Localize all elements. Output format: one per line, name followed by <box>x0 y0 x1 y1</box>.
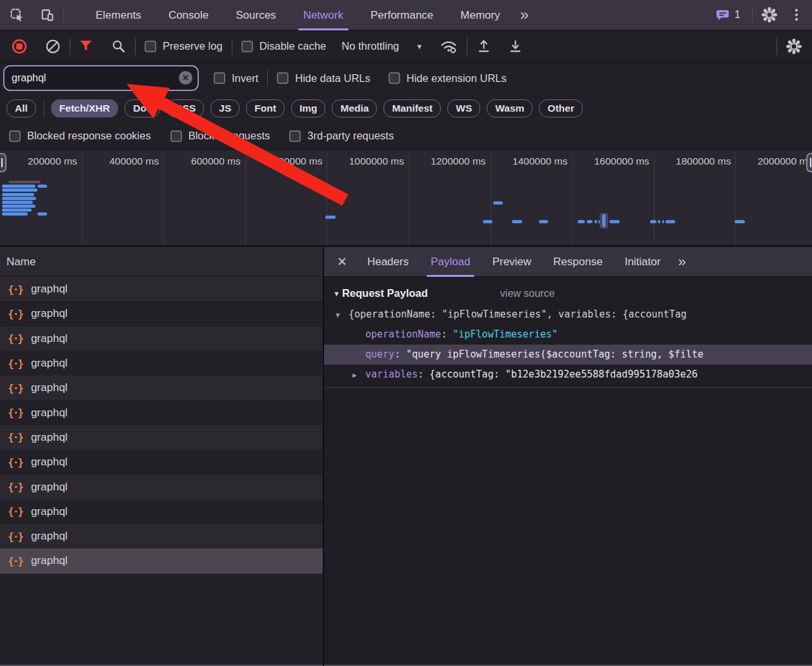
table-row[interactable]: {·}graphql <box>0 549 323 573</box>
request-timing-bar[interactable] <box>325 216 336 219</box>
request-timing-bar[interactable] <box>665 220 675 223</box>
request-timing-bar[interactable] <box>609 220 620 223</box>
filter-chip-js[interactable]: JS <box>210 99 239 117</box>
hide-extension-urls-checkbox[interactable]: Hide extension URLs <box>389 72 507 85</box>
filter-chip-fetch-xhr[interactable]: Fetch/XHR <box>51 99 118 117</box>
table-row[interactable]: {·}graphql <box>0 524 323 549</box>
request-timing-bar[interactable] <box>2 208 32 212</box>
checkbox[interactable] <box>170 130 182 142</box>
inspect-element-icon[interactable] <box>10 8 24 22</box>
name-column-header[interactable]: Name <box>0 247 323 277</box>
tab-elements[interactable]: Elements <box>96 0 141 30</box>
details-tab-headers[interactable]: Headers <box>367 247 409 277</box>
close-details-icon[interactable]: ✕ <box>337 254 347 269</box>
details-tab-payload[interactable]: Payload <box>431 247 470 277</box>
throttling-select[interactable]: No throttling ▼ <box>341 40 423 52</box>
payload-line[interactable]: operationName: "ipFlowTimeseries" <box>324 325 812 345</box>
table-row[interactable]: {·}graphql <box>0 450 323 474</box>
table-row[interactable]: {·}graphql <box>0 327 323 351</box>
blocked-requests-checkbox[interactable]: Blocked requests <box>170 130 270 142</box>
filter-input[interactable] <box>5 72 160 85</box>
checkbox[interactable] <box>214 72 225 84</box>
checkbox[interactable] <box>145 41 156 52</box>
selected-request-marker[interactable] <box>600 213 608 228</box>
request-timing-bar[interactable] <box>658 220 660 223</box>
checkbox[interactable] <box>241 41 253 52</box>
request-timing-bar[interactable] <box>37 185 47 188</box>
request-timing-bar[interactable] <box>578 220 585 223</box>
table-row[interactable]: {·}graphql <box>0 301 323 326</box>
tab-sources[interactable]: Sources <box>236 0 276 30</box>
disable-cache-checkbox[interactable]: Disable cache <box>241 40 327 52</box>
request-timing-bar[interactable] <box>2 185 36 188</box>
request-timing-bar[interactable] <box>2 201 33 204</box>
filter-icon[interactable] <box>79 40 93 52</box>
request-timing-bar[interactable] <box>2 212 28 216</box>
more-details-tabs-icon[interactable]: » <box>678 248 685 276</box>
view-source-link[interactable]: view source <box>500 288 554 299</box>
settings-gear-icon[interactable] <box>762 7 777 23</box>
filter-chip-wasm[interactable]: Wasm <box>487 99 533 117</box>
details-tab-response[interactable]: Response <box>553 247 603 277</box>
filter-chip-manifest[interactable]: Manifest <box>383 99 441 117</box>
tab-performance[interactable]: Performance <box>370 0 433 30</box>
filter-chip-doc[interactable]: Doc <box>125 99 160 117</box>
request-timing-bar[interactable] <box>2 188 37 192</box>
request-timing-bar[interactable] <box>2 193 34 196</box>
preserve-log-checkbox[interactable]: Preserve log <box>145 40 223 52</box>
payload-line[interactable]: ▶variables: {accountTag: "b12e3b2192ee55… <box>324 365 812 385</box>
table-row[interactable]: {·}graphql <box>0 474 323 499</box>
filter-chip-media[interactable]: Media <box>332 99 377 117</box>
payload-line[interactable]: ▼{operationName: "ipFlowTimeseries", var… <box>324 305 812 325</box>
checkbox[interactable] <box>277 72 289 84</box>
request-payload-section-header[interactable]: ▼ Request Payload view source <box>324 277 812 305</box>
filter-chip-css[interactable]: CSS <box>167 99 204 117</box>
request-timing-bar[interactable] <box>8 181 41 183</box>
checkbox[interactable] <box>9 130 21 142</box>
kebab-menu-icon[interactable] <box>789 7 804 23</box>
timeline-left-grip[interactable] <box>0 153 6 172</box>
request-timing-bar[interactable] <box>512 220 522 223</box>
import-har-icon[interactable] <box>476 39 491 54</box>
request-timing-bar[interactable] <box>662 220 664 223</box>
timeline-right-grip[interactable] <box>806 153 812 172</box>
filter-chip-all[interactable]: All <box>6 99 36 117</box>
details-tab-preview[interactable]: Preview <box>492 247 531 277</box>
clear-filter-icon[interactable]: ✕ <box>179 71 192 85</box>
search-icon[interactable] <box>111 39 126 54</box>
filter-chip-img[interactable]: Img <box>291 99 326 117</box>
more-panels-icon[interactable]: » <box>520 1 529 29</box>
tab-network[interactable]: Network <box>303 0 343 30</box>
section-collapse-icon[interactable]: ▼ <box>333 290 340 298</box>
network-settings-gear-icon[interactable] <box>786 39 802 54</box>
table-row[interactable]: {·}graphql <box>0 425 323 450</box>
tab-memory[interactable]: Memory <box>460 0 500 30</box>
checkbox[interactable] <box>389 72 400 84</box>
network-conditions-icon[interactable] <box>440 39 458 54</box>
filter-chip-other[interactable]: Other <box>539 99 582 117</box>
3rd-party-requests-checkbox[interactable]: 3rd-party requests <box>289 130 394 142</box>
checkbox[interactable] <box>289 130 301 142</box>
request-timing-bar[interactable] <box>539 220 548 223</box>
table-row[interactable]: {·}graphql <box>0 376 323 400</box>
table-row[interactable]: {·}graphql <box>0 277 323 301</box>
record-network-log-icon[interactable] <box>12 39 27 54</box>
request-timing-bar[interactable] <box>2 205 36 208</box>
export-har-icon[interactable] <box>508 39 523 54</box>
request-timing-bar[interactable] <box>650 220 656 223</box>
network-overview-timeline[interactable]: 200000 ms400000 ms600000 ms800000 ms1000… <box>0 150 812 247</box>
payload-line[interactable]: query: "query ipFlowTimeseries($accountT… <box>324 345 812 365</box>
request-timing-bar[interactable] <box>587 220 593 223</box>
request-timing-bar[interactable] <box>37 212 47 216</box>
hide-data-urls-checkbox[interactable]: Hide data URLs <box>277 72 370 85</box>
filter-chip-ws[interactable]: WS <box>447 99 480 117</box>
issues-icon[interactable] <box>716 9 730 21</box>
tab-console[interactable]: Console <box>168 0 208 30</box>
request-timing-bar[interactable] <box>483 220 492 223</box>
table-row[interactable]: {·}graphql <box>0 400 323 425</box>
table-row[interactable]: {·}graphql <box>0 351 323 376</box>
request-timing-bar[interactable] <box>493 201 503 205</box>
clear-network-log-icon[interactable] <box>45 39 61 54</box>
device-toolbar-icon[interactable] <box>41 8 54 22</box>
invert-checkbox[interactable]: Invert <box>214 72 258 85</box>
